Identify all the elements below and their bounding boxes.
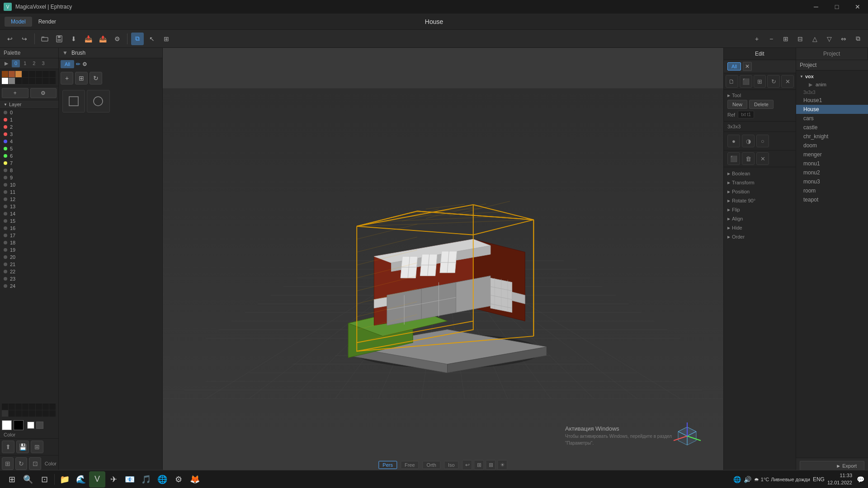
big-color-10[interactable] [9, 410, 15, 417]
transform-section[interactable]: Transform [724, 178, 796, 187]
palette-color-13[interactable] [29, 78, 35, 84]
layer-item-24[interactable]: 24 [0, 282, 58, 290]
project-item-chr_knight[interactable]: chr_knight [796, 132, 868, 141]
project-item-anim[interactable]: ▶ anim [796, 80, 868, 89]
task-volume-icon[interactable]: 🔊 [744, 476, 751, 483]
viewport-filter[interactable]: ⧉ [131, 33, 144, 45]
search-button[interactable]: 🔍 [20, 471, 36, 488]
filter-arrow[interactable]: ▼ [62, 50, 68, 56]
big-color-12[interactable] [22, 410, 28, 417]
task-view-button[interactable]: ⊡ [36, 471, 52, 488]
notification-icon[interactable]: 💬 [857, 476, 864, 483]
project-item-house[interactable]: House [796, 105, 868, 114]
edit-icon-5[interactable]: ✕ [781, 75, 794, 88]
project-item-menger[interactable]: menger [796, 150, 868, 159]
layer-item-11[interactable]: 11 [0, 188, 58, 196]
palette-color-9[interactable] [2, 78, 8, 84]
copy-icon-3[interactable]: ✕ [756, 152, 769, 165]
layer-item-19[interactable]: 19 [0, 246, 58, 253]
copy-icon-1[interactable]: ⬛ [727, 152, 740, 165]
iso-view-btn[interactable]: Iso [444, 461, 459, 469]
big-color-2[interactable] [9, 404, 15, 410]
white-swatch[interactable] [27, 422, 34, 429]
palette-color-7[interactable] [42, 71, 49, 77]
palette-color-10[interactable] [9, 78, 15, 84]
project-item-monu1[interactable]: monu1 [796, 159, 868, 168]
undo-button[interactable]: ↩ [4, 33, 16, 45]
render-filter[interactable]: ⧉ [852, 33, 864, 45]
project-item-room[interactable]: room [796, 186, 868, 195]
project-item-cars[interactable]: cars [796, 114, 868, 123]
close-button[interactable]: ✕ [847, 0, 868, 14]
palette-settings-btn[interactable]: ⚙ [30, 88, 57, 98]
menu-render[interactable]: Render [32, 17, 62, 27]
menu-model[interactable]: Model [5, 17, 32, 27]
tri-up[interactable]: △ [808, 33, 821, 45]
palette-tab-play[interactable]: ▶ [2, 60, 11, 67]
layer-item-13[interactable]: 13 [0, 203, 58, 210]
shape-circle-3[interactable]: ○ [756, 135, 769, 147]
palette-color-4[interactable] [22, 71, 28, 77]
big-color-9[interactable] [2, 410, 8, 417]
brush-item-2[interactable] [87, 90, 109, 113]
transform-btn-3[interactable]: ⊡ [29, 457, 41, 470]
palette-color-11[interactable] [15, 78, 22, 84]
taskbar-app-4[interactable]: ⚙ [170, 471, 187, 488]
edit-icon-4[interactable]: ↻ [767, 75, 780, 88]
brush-attach-btn[interactable]: + [61, 72, 73, 84]
layer-item-15[interactable]: 15 [0, 217, 58, 225]
resize-icon[interactable]: ⇔ [837, 33, 850, 45]
boolean-section[interactable]: Boolean [724, 169, 796, 178]
layer-item-5[interactable]: 5 [0, 145, 58, 152]
layer-item-10[interactable]: 10 [0, 181, 58, 188]
project-item-house1[interactable]: House1 [796, 96, 868, 105]
project-item-doom[interactable]: doom [796, 141, 868, 150]
grid-view-btn[interactable]: ⊞ [474, 460, 484, 470]
task-network-icon[interactable]: 🌐 [733, 476, 741, 483]
grid-palette-btn[interactable]: ⊞ [31, 441, 43, 453]
shape-circle-2[interactable]: ◑ [742, 135, 755, 147]
settings-button[interactable]: ⚙ [111, 33, 123, 45]
viewport[interactable]: Активация Windows Чтобы активировать Win… [163, 48, 723, 474]
edit-close-btn[interactable]: ✕ [743, 62, 752, 71]
fg-color-swatch[interactable] [2, 420, 12, 430]
remove-object-button[interactable]: − [765, 33, 778, 45]
layer-item-22[interactable]: 22 [0, 268, 58, 275]
brush-filter-all[interactable]: All [61, 60, 74, 68]
layer-item-8[interactable]: 8 [0, 167, 58, 174]
export-button[interactable]: 📤 [96, 33, 109, 45]
taskbar-telegram[interactable]: ✈ [105, 471, 122, 488]
edit-icon-1[interactable]: 🗋 [726, 75, 738, 88]
edit-icon-2[interactable]: ⬛ [740, 75, 752, 88]
brush-settings-icon[interactable]: ⚙ [82, 61, 87, 67]
layer-item-18[interactable]: 18 [0, 239, 58, 246]
big-color-16[interactable] [49, 410, 56, 417]
brush-pen-icon[interactable]: ✏ [76, 61, 80, 67]
big-color-13[interactable] [29, 410, 35, 417]
orth-view-btn[interactable]: Orth [423, 461, 440, 469]
layer-item-16[interactable]: 16 [0, 225, 58, 232]
delete-tool-btn[interactable]: Delete [749, 100, 774, 109]
palette-color-1[interactable] [2, 71, 8, 77]
palette-color-16[interactable] [49, 78, 56, 84]
project-item-teapot[interactable]: teapot [796, 195, 868, 204]
layer-item-3[interactable]: 3 [0, 131, 58, 138]
import-button[interactable]: 📥 [82, 33, 94, 45]
edit-tab[interactable]: Edit [724, 48, 796, 60]
project-item-monu2[interactable]: monu2 [796, 168, 868, 177]
taskbar-app-2[interactable]: 🎵 [138, 471, 154, 488]
layer-item-14[interactable]: 14 [0, 210, 58, 217]
import-palette-btn[interactable]: ⬆ [2, 441, 14, 453]
palette-color-6[interactable] [36, 71, 42, 77]
nav-cube[interactable] [665, 409, 710, 455]
taskbar-app-1[interactable]: 📧 [122, 471, 138, 488]
project-item-castle[interactable]: castle [796, 123, 868, 132]
task-lang[interactable]: ENG [813, 476, 825, 483]
project-tab[interactable]: Project [796, 48, 868, 60]
black-swatch[interactable] [36, 422, 43, 429]
big-color-7[interactable] [42, 404, 49, 410]
position-section[interactable]: Position [724, 187, 796, 196]
big-color-1[interactable] [2, 404, 8, 410]
layer-item-21[interactable]: 21 [0, 261, 58, 268]
big-color-14[interactable] [36, 410, 42, 417]
